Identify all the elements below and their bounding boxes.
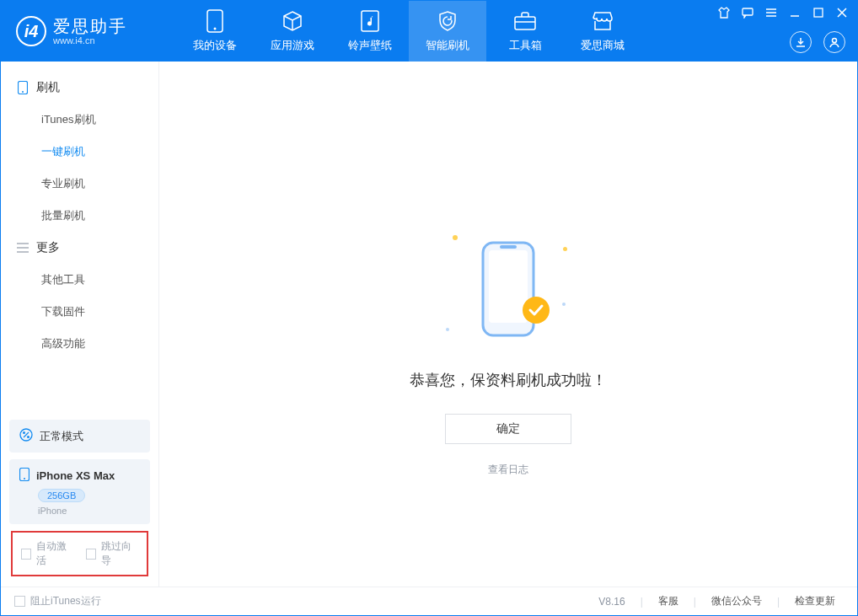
app-logo: i4 爱思助手 www.i4.cn [16,16,151,46]
tab-label: 应用游戏 [271,38,314,53]
tab-my-device[interactable]: 我的设备 [176,1,254,62]
sidebar-item-other-tools[interactable]: 其他工具 [1,264,158,296]
sparkle-icon [563,247,567,251]
checkbox-icon [21,549,31,560]
feedback-icon[interactable] [741,6,754,19]
svg-point-8 [22,91,24,93]
music-file-icon [358,9,382,33]
wechat-link[interactable]: 微信公众号 [703,594,770,608]
device-icon [19,468,29,484]
sidebar-item-batch-flash[interactable]: 批量刷机 [1,200,158,232]
download-button[interactable] [790,31,812,53]
cube-icon [281,9,304,33]
svg-point-17 [523,297,550,324]
sidebar: 刷机 iTunes刷机 一键刷机 专业刷机 批量刷机 更多 其他工具 下载固件 … [1,62,159,587]
tab-label: 工具箱 [509,38,542,53]
titlebar: i4 爱思助手 www.i4.cn 我的设备 应用游戏 铃声壁纸 智能刷机 [1,1,857,62]
dot-icon [446,328,449,331]
tab-store[interactable]: 爱思商城 [564,1,641,62]
svg-point-1 [214,28,217,30]
shield-refresh-icon [436,9,459,33]
phone-icon [16,81,29,94]
minimize-icon[interactable] [788,6,802,19]
tab-label: 我的设备 [193,38,237,53]
svg-point-13 [24,478,25,479]
sidebar-group-title: 更多 [36,240,60,255]
sidebar-item-itunes-flash[interactable]: iTunes刷机 [1,104,158,136]
svg-point-11 [27,436,29,438]
checkbox-label: 自动激活 [36,539,73,568]
svg-point-10 [23,431,25,434]
checkbox-block-itunes[interactable]: 阻止iTunes运行 [14,594,101,608]
device-name: iPhone XS Max [36,469,115,482]
tab-toolbox[interactable]: 工具箱 [486,1,564,62]
success-illustration [458,230,559,348]
statusbar: 阻止iTunes运行 V8.16 | 客服 | 微信公众号 | 检查更新 [1,587,857,615]
shirt-icon[interactable] [717,6,731,19]
svg-rect-3 [515,17,535,29]
svg-rect-5 [814,8,823,17]
checkbox-icon [14,596,25,607]
checkbox-label: 阻止iTunes运行 [30,594,101,608]
main-content: 恭喜您，保资料刷机成功啦！ 确定 查看日志 [159,62,857,587]
sidebar-item-pro-flash[interactable]: 专业刷机 [1,168,158,200]
checkbox-skip-guide[interactable]: 跳过向导 [86,539,139,568]
mode-icon [19,428,33,444]
ok-button[interactable]: 确定 [445,414,571,444]
window-controls [717,6,849,19]
dot-icon [562,303,566,306]
tab-label: 爱思商城 [581,38,625,53]
app-url: www.i4.cn [53,36,127,46]
mode-label: 正常模式 [40,429,83,444]
tab-apps-games[interactable]: 应用游戏 [254,1,331,62]
version-label: V8.16 [598,596,625,608]
checkbox-label: 跳过向导 [101,539,138,568]
app-name: 爱思助手 [53,18,127,35]
checkbox-icon [86,549,96,560]
device-capacity-badge: 256GB [38,489,85,502]
store-icon [591,9,614,33]
logo-icon: i4 [16,16,46,46]
svg-rect-4 [743,8,753,15]
sparkle-icon [453,235,458,240]
sidebar-group-more: 更多 [1,232,158,264]
svg-rect-16 [500,245,517,249]
tab-label: 铃声壁纸 [348,38,392,53]
device-icon [203,9,227,33]
maximize-icon[interactable] [812,6,825,19]
sidebar-item-download-firmware[interactable]: 下载固件 [1,296,158,328]
sidebar-item-oneclick-flash[interactable]: 一键刷机 [1,136,158,168]
svg-point-6 [833,39,837,43]
menu-icon[interactable] [764,6,778,19]
check-update-link[interactable]: 检查更新 [786,594,844,608]
tab-smart-flash[interactable]: 智能刷机 [409,1,486,62]
titlebar-right-actions [790,31,845,53]
user-button[interactable] [823,31,845,53]
support-link[interactable]: 客服 [650,594,687,608]
list-icon [16,241,29,254]
device-subtype: iPhone [38,506,140,516]
bottom-checks-highlight: 自动激活 跳过向导 [11,531,148,576]
close-icon[interactable] [835,6,849,19]
mode-card[interactable]: 正常模式 [9,420,150,453]
sidebar-item-advanced[interactable]: 高级功能 [1,328,158,360]
svg-rect-2 [362,11,378,31]
sidebar-group-title: 刷机 [36,80,60,95]
checkbox-auto-activate[interactable]: 自动激活 [21,539,74,568]
tab-label: 智能刷机 [426,38,469,53]
tab-ringtones-wallpapers[interactable]: 铃声壁纸 [331,1,409,62]
device-card[interactable]: iPhone XS Max 256GB iPhone [9,459,150,524]
sidebar-group-flash: 刷机 [1,72,158,104]
nav-tabs: 我的设备 应用游戏 铃声壁纸 智能刷机 工具箱 爱思商城 [176,1,641,62]
toolbox-icon [513,9,537,33]
view-log-link[interactable]: 查看日志 [488,463,528,477]
success-message: 恭喜您，保资料刷机成功啦！ [410,370,607,390]
